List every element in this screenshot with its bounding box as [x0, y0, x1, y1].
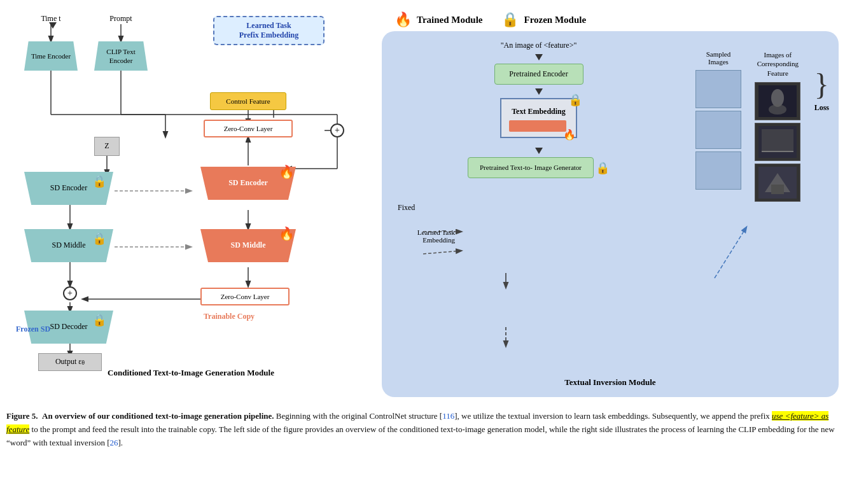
encoder-arrow	[535, 88, 543, 95]
caption-text1: Beginning with the original ControlNet s…	[274, 411, 443, 421]
generator-container: Pretrained Text-to- Image Generator 🔒	[468, 157, 610, 178]
fire-sd-encoder: 🔥	[279, 164, 295, 179]
sampled-images-col: Sampled Images	[695, 50, 741, 190]
corr-img-3	[755, 164, 800, 202]
clip-encoder: CLIP TextEncoder	[94, 41, 148, 71]
images-row: Sampled Images Images of Corresponding F…	[695, 50, 829, 202]
pretrained-encoder: Pretrained Encoder	[494, 64, 583, 85]
time-encoder: Time Encoder	[24, 41, 78, 71]
loss-label: Loss	[814, 103, 829, 113]
corr-img-1	[755, 82, 800, 120]
lock-sd-decoder: 🔒	[92, 313, 106, 327]
generator-box: Pretrained Text-to- Image Generator	[468, 157, 594, 178]
svg-point-31	[769, 104, 786, 115]
circle-plus-top: +	[330, 123, 344, 137]
caption-bold-text: An overview of our conditioned text-to-i…	[42, 411, 274, 421]
generator-to-images-svg	[695, 208, 823, 284]
caption-text2: ], we utilize the textual inversion to l…	[454, 411, 772, 421]
time-arrow	[49, 22, 57, 29]
right-module-title: Textual Inversion Module	[391, 377, 829, 388]
zero-conv-bottom: Zero-Conv Layer	[200, 288, 290, 305]
caption-text4: ].	[118, 438, 123, 447]
lock-generator: 🔒	[596, 161, 610, 175]
caption-text3: to the prompt and feed the result into t…	[6, 424, 835, 447]
fixed-label: Fixed	[398, 203, 415, 213]
svg-rect-37	[771, 185, 784, 194]
corresponding-label: Images of Corresponding Feature	[746, 50, 809, 78]
sampled-img-1	[695, 70, 741, 108]
legend-frozen: 🔒 Frozen Module	[501, 11, 586, 28]
lock-sd-encoder-frozen: 🔒	[92, 174, 106, 188]
circle-plus-decoder: +	[63, 286, 77, 300]
caption-ref2: 26	[109, 438, 118, 447]
control-feature: Control Feature	[210, 92, 286, 110]
legend-area: 🔥 Trained Module 🔒 Frozen Module	[382, 6, 839, 31]
fire-sd-middle: 🔥	[279, 226, 295, 241]
frozen-label: Frozen Module	[524, 15, 586, 25]
lock-sd-middle-frozen: 🔒	[92, 232, 106, 246]
legend-trained: 🔥 Trained Module	[395, 11, 482, 28]
sampled-label: Sampled Images	[695, 50, 741, 66]
caption-ref1: 116	[442, 411, 454, 421]
learned-prefix-box: Learned Task Prefix Embedding	[213, 16, 325, 45]
right-left-col: "An image of <feature>" Pretrained Encod…	[391, 41, 686, 372]
caption-area: Figure 5. An overview of our conditioned…	[6, 405, 839, 449]
corresponding-images-col: Images of Corresponding Feature	[746, 50, 809, 202]
main-container: Time t Time Encoder Prompt CLIP TextEnco…	[6, 6, 839, 449]
frozen-sd-label: Frozen SD	[16, 325, 50, 334]
prompt-label: Prompt	[101, 14, 141, 24]
svg-line-38	[715, 227, 746, 278]
loss-brace: }	[814, 69, 829, 100]
quote-arrow	[535, 54, 543, 60]
diagram-area: Time t Time Encoder Prompt CLIP TextEnco…	[6, 6, 839, 397]
fire-text-embed: 🔥	[563, 129, 576, 141]
output-box: Output εθ	[38, 353, 102, 371]
right-module: "An image of <feature>" Pretrained Encod…	[382, 31, 839, 397]
svg-point-30	[771, 89, 784, 107]
left-module: Time t Time Encoder Prompt CLIP TextEnco…	[6, 6, 375, 397]
trainable-copy-label: Trainable Copy	[204, 312, 255, 321]
embed-arrow	[535, 148, 543, 154]
right-area: 🔥 Trained Module 🔒 Frozen Module	[382, 6, 839, 397]
left-diagram-wrapper: Time t Time Encoder Prompt CLIP TextEnco…	[13, 13, 369, 363]
sampled-img-3	[695, 151, 741, 190]
text-embed-label: Text Embedding	[509, 104, 568, 119]
text-embed-container: Text Embedding 🔒 🔥	[500, 98, 577, 138]
right-inner: "An image of <feature>" Pretrained Encod…	[391, 41, 829, 372]
corr-img-2	[755, 123, 800, 161]
quote-text: "An image of <feature>"	[501, 41, 577, 50]
trained-label: Trained Module	[417, 15, 482, 25]
caption-figure-num: Figure 5.	[6, 411, 38, 421]
fire-icon: 🔥	[395, 11, 412, 28]
orange-embed-bar	[509, 120, 566, 132]
z-label: Z	[94, 137, 120, 156]
lock-text-embed: 🔒	[568, 93, 582, 107]
sampled-img-2	[695, 111, 741, 149]
learned-task-label: Learned Task Embedding	[395, 228, 455, 244]
zero-conv-top: Zero-Conv Layer	[204, 120, 293, 137]
right-right-col: Sampled Images Images of Corresponding F…	[695, 41, 829, 372]
svg-line-26	[423, 251, 461, 254]
loss-brace-col: } Loss	[814, 50, 829, 113]
svg-rect-33	[762, 129, 793, 151]
lock-icon: 🔒	[501, 11, 519, 28]
